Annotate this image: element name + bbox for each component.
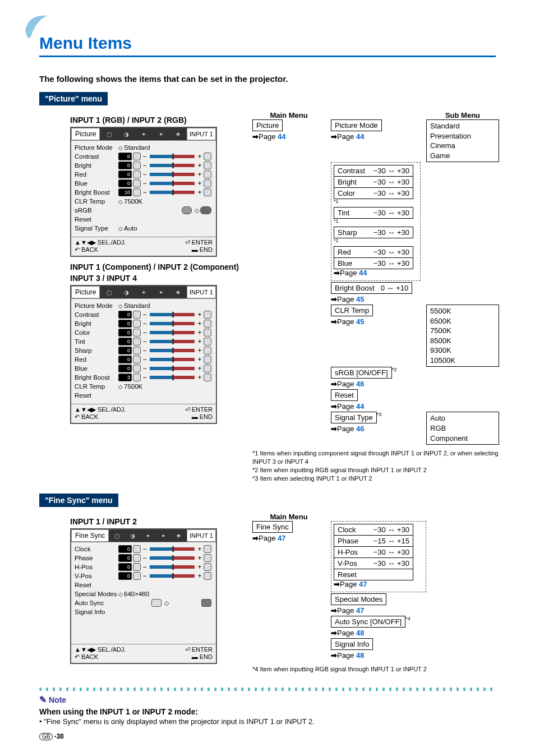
osd-row: Contrast0−+	[75, 152, 213, 161]
fs-main-menu-header: Main Menu	[252, 513, 325, 521]
tree-fs-sliders: Clock−30 ↔ +30Phase−15 ↔ +15H-Pos−30 ↔ +…	[331, 521, 426, 592]
osd-row: Auto Sync◇	[75, 598, 213, 607]
osd-row: Clock0−+	[75, 545, 213, 554]
osd-row: Bright0−+	[75, 319, 213, 328]
osd-footer-enter: ⏎ ENTER	[185, 406, 213, 413]
pencil-icon: ✎	[39, 695, 47, 704]
tree-srgb-page: ➡Page 46	[331, 380, 421, 388]
tree-signaltype: Signal Type	[331, 412, 377, 423]
osd-row: Blue0−+	[75, 364, 213, 373]
tree-fs-autosync: Auto Sync [ON/OFF]	[331, 616, 405, 628]
osd-fs-title: INPUT 1 / INPUT 2	[70, 517, 241, 526]
fs-footnotes: *4 Item when inputting RGB signal throug…	[252, 665, 496, 674]
main-menu-header: Main Menu	[252, 111, 325, 119]
osd-picture-rgb: Picture ▢◑✦✦❖ INPUT 1Picture Mode◇Standa…	[70, 127, 217, 257]
osd-tab-icons: ▢◑✦✦❖	[100, 286, 187, 298]
tree-picture-mode-page: ➡Page 44	[331, 132, 421, 141]
tree-signaltype-note: *3	[377, 412, 382, 417]
osd-footer-end: ▬ END	[192, 653, 213, 661]
osd-row: Red0−+	[75, 355, 213, 364]
sub-menu-header: Sub Menu	[426, 111, 499, 119]
note-divider	[39, 688, 496, 691]
osd-tab: Picture	[71, 128, 100, 140]
tree-signaltype-options: AutoRGBComponent	[426, 412, 499, 445]
osd-row: Contrast0−+	[75, 310, 213, 319]
osd-footer-back: ↶ BACK	[75, 653, 98, 661]
osd-footer-back: ↶ BACK	[75, 413, 98, 421]
tree-clrtemp-page: ➡Page 45	[331, 317, 421, 326]
osd-row: Blue0−+	[75, 179, 213, 188]
tree-fs-autosync-page: ➡Page 48	[331, 629, 426, 637]
decorative-swoosh	[22, 11, 67, 45]
osd-footer-end: ▬ END	[192, 246, 213, 253]
osd-row: Reset	[75, 580, 213, 589]
finesync-section-header: "Fine Sync" menu	[39, 494, 118, 507]
osd-footer-sel: ▲▼◀▶ SEL./ADJ.	[75, 239, 126, 246]
osd2-title-b: INPUT 3 / INPUT 4	[70, 274, 241, 283]
tree-fs-special: Special Modes	[331, 593, 386, 605]
note-label: ✎Note	[39, 694, 496, 705]
osd-row: Bright Boost3−+	[75, 373, 213, 382]
tree-picture-root-page: ➡Page 44	[252, 132, 325, 141]
osd-row: Color0−+	[75, 328, 213, 337]
page-number: GB-38	[39, 732, 496, 740]
page-title: Menu Items	[39, 34, 496, 53]
osd-row: CLR Temp◇7500K	[75, 197, 213, 206]
tree-fs-siginfo: Signal Info	[331, 638, 373, 650]
osd-input-label: INPUT 1	[187, 529, 216, 542]
osd-row: H-Pos0−+	[75, 563, 213, 571]
osd-row: Tint0−+	[75, 337, 213, 346]
osd-row: CLR Temp◇7500K	[75, 382, 213, 391]
tree-fs-autosync-note: *4	[405, 616, 411, 621]
tree-brightboost-page: ➡Page 45	[331, 295, 421, 303]
osd-row: Reset	[75, 391, 213, 400]
osd-footer-sel: ▲▼◀▶ SEL./ADJ.	[75, 406, 126, 413]
tree-signaltype-page: ➡Page 46	[331, 425, 421, 433]
osd1-title: INPUT 1 (RGB) / INPUT 2 (RGB)	[70, 116, 241, 125]
osd-row: Red0−+	[75, 170, 213, 179]
osd-row: Bright0−+	[75, 161, 213, 170]
tree-fs-root-page: ➡Page 47	[252, 534, 325, 542]
tree-clrtemp: CLR Temp	[331, 305, 373, 316]
osd-footer-sel: ▲▼◀▶ SEL./ADJ.	[75, 646, 126, 653]
osd-row: Special Modes◇640×480	[75, 589, 213, 598]
osd-row: Bright Boost10−+	[75, 188, 213, 197]
osd-row: sRGB◇	[75, 206, 213, 215]
osd-footer-end: ▬ END	[192, 413, 213, 421]
tree-picture-mode-options: StandardPresentationCinemaGame	[426, 119, 499, 162]
tree-reset-page: ➡Page 44	[331, 402, 421, 411]
osd-footer-enter: ⏎ ENTER	[185, 646, 213, 653]
tree-picture-mode: Picture Mode	[331, 119, 382, 131]
title-underline	[39, 56, 496, 57]
osd-tab-icons: ▢◑✦✦❖	[100, 128, 187, 140]
tree-fs-special-page: ➡Page 47	[331, 606, 426, 615]
osd-footer-enter: ⏎ ENTER	[185, 239, 213, 246]
osd2-title-a: INPUT 1 (Component) / INPUT 2 (Component…	[70, 262, 241, 271]
tree-fs-siginfo-page: ➡Page 48	[331, 651, 426, 660]
intro-text: The following shows the items that can b…	[39, 74, 496, 84]
osd-tab: Fine Sync	[71, 529, 109, 542]
tree-srgb: sRGB [ON/OFF]	[331, 367, 392, 379]
osd-row: Picture Mode◇Standard	[75, 143, 213, 152]
tree-brightboost: Bright Boost 0 ↔ +10	[331, 282, 412, 294]
osd-row: V-Pos0−+	[75, 571, 213, 580]
osd-row: Signal Type◇Auto	[75, 224, 213, 233]
note-text: • "Fine Sync" menu is only displayed whe…	[39, 717, 496, 726]
tree-srgb-note: *2	[392, 367, 397, 372]
osd-row: Picture Mode◇Standard	[75, 301, 213, 310]
tree-picture-sliders: Contrast−30 ↔ +30Bright−30 ↔ +30Color−30…	[331, 162, 421, 281]
osd-row: Phase0−+	[75, 554, 213, 563]
osd-tab: Picture	[71, 286, 100, 298]
picture-section-header: "Picture" menu	[39, 92, 108, 105]
osd-row: Reset	[75, 215, 213, 224]
osd-input-label: INPUT 1	[187, 286, 216, 298]
tree-reset: Reset	[331, 389, 358, 401]
tree-clrtemp-options: 5500K6500K7500K8500K9300K10500K	[426, 305, 499, 367]
osd-finesync: Fine Sync ▢◑✦✦❖ INPUT 1Clock0−+Phase0−+H…	[70, 528, 217, 664]
osd-tab-icons: ▢◑✦✦❖	[109, 529, 187, 542]
osd-footer-back: ↶ BACK	[75, 246, 98, 253]
osd-input-label: INPUT 1	[187, 128, 216, 140]
tree-picture-root: Picture	[252, 119, 283, 131]
picture-footnotes: *1 Items when inputting component signal…	[252, 449, 499, 482]
osd-row: Signal Info	[75, 607, 213, 616]
